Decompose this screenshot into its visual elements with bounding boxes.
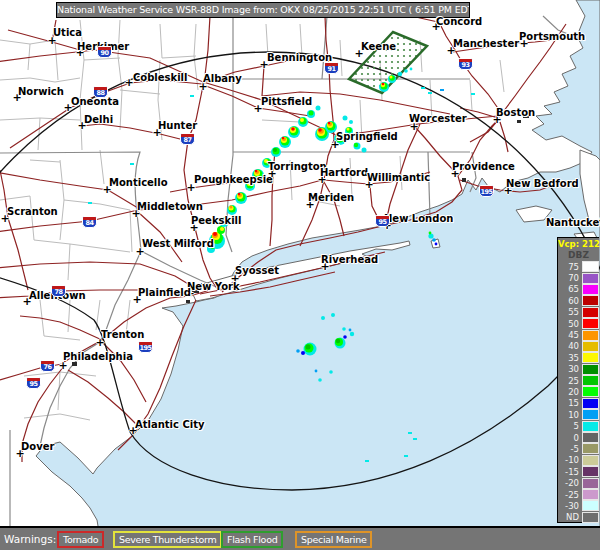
legend-value: 5 xyxy=(560,421,579,431)
legend-value: 40 xyxy=(560,341,579,351)
radar-echo xyxy=(432,238,436,242)
city-label-scranton: Scranton xyxy=(7,206,58,217)
radar-echo xyxy=(342,327,346,331)
shield-number: 76 xyxy=(41,364,54,371)
city-label-hartford: Hartford xyxy=(320,167,368,178)
city-label-meriden: Meriden xyxy=(308,192,354,203)
radar-echo xyxy=(329,370,333,374)
radar-basemap xyxy=(0,0,600,550)
radar-echo xyxy=(398,72,402,76)
city-label-new-london: New London xyxy=(384,213,453,224)
shield-number: 91 xyxy=(325,66,338,73)
city-label-manchester: Manchester xyxy=(453,38,519,49)
warning-legend-severe-thunderstorm[interactable]: Severe Thunderstorm xyxy=(113,531,222,548)
radar-echo xyxy=(404,69,408,73)
city-label-portsmouth: Portsmouth xyxy=(519,31,585,42)
radar-echo xyxy=(282,137,284,139)
legend-swatch xyxy=(582,466,599,477)
interstate-87-shield: 87 xyxy=(180,133,195,145)
radar-speck xyxy=(440,89,444,91)
interstate-90-shield: 90 xyxy=(97,46,112,58)
city-label-worcester: Worcester xyxy=(409,113,467,124)
legend-value: 65 xyxy=(560,284,579,294)
interstate-195-shield: 195 xyxy=(138,341,153,353)
radar-echo xyxy=(343,116,348,121)
radar-speck xyxy=(421,87,425,89)
dbz-color-scale: 757065605550454035302520151050-5-10-15-2… xyxy=(558,261,599,523)
legend-value: 55 xyxy=(560,307,579,317)
radar-speck xyxy=(365,460,369,462)
city-label-providence: Providence xyxy=(452,161,515,172)
shield-number: 95 xyxy=(376,219,389,226)
legend-row: 35 xyxy=(558,352,599,363)
warnings-label: Warnings: xyxy=(4,533,56,545)
city-label-monticello: Monticello xyxy=(109,177,168,188)
radar-echo xyxy=(336,339,340,343)
warning-legend-flash-flood[interactable]: Flash Flood xyxy=(221,531,283,548)
interstate-95-shield: 95 xyxy=(375,215,390,227)
city-label-trenton: Trenton xyxy=(101,329,144,340)
shield-number: 95 xyxy=(27,381,40,388)
shield-number: 78 xyxy=(52,289,65,296)
legend-value: -15 xyxy=(560,467,579,477)
city-label-plainfield: Plainfield xyxy=(138,287,191,298)
radar-echo xyxy=(220,227,224,231)
city-label-dover: Dover xyxy=(21,441,54,452)
city-label-philadelphia: Philadelphia xyxy=(63,351,133,362)
city-label-utica: Utica xyxy=(53,27,82,38)
legend-swatch xyxy=(582,512,599,523)
warnings-bar: Warnings: TornadoSevere ThunderstormFlas… xyxy=(0,526,600,550)
city-label-cobleskill: Cobleskill xyxy=(133,72,187,83)
legend-swatch xyxy=(582,443,599,454)
warning-legend-tornado[interactable]: Tornado xyxy=(57,531,104,548)
legend-value: 0 xyxy=(560,433,579,443)
radar-echo xyxy=(390,76,393,79)
radar-echo xyxy=(410,68,413,71)
radar-echo xyxy=(382,83,385,86)
city-label-albany: Albany xyxy=(203,73,242,84)
dbz-unit-label: DBZ xyxy=(558,250,599,261)
radar-speck xyxy=(413,438,417,440)
legend-swatch xyxy=(582,284,599,295)
legend-row: 60 xyxy=(558,295,599,306)
radar-echo xyxy=(318,128,322,132)
radar-echo xyxy=(343,335,347,339)
legend-row: 45 xyxy=(558,329,599,340)
radar-speck xyxy=(190,95,194,97)
city-label-middletown: Middletown xyxy=(137,201,203,212)
legend-row: 5 xyxy=(558,420,599,431)
radar-echo xyxy=(318,378,322,382)
legend-value: -25 xyxy=(560,490,579,500)
warning-legend-special-marine[interactable]: Special Marine xyxy=(295,531,372,548)
legend-value: 10 xyxy=(560,410,579,420)
legend-row: 0 xyxy=(558,432,599,443)
legend-row: 10 xyxy=(558,409,599,420)
city-label-nantucket: Nantucket xyxy=(546,217,600,228)
legend-value: -30 xyxy=(560,501,579,511)
radar-speck xyxy=(130,163,134,165)
radar-echo xyxy=(350,332,354,336)
radar-echo xyxy=(291,127,295,131)
legend-value: 75 xyxy=(560,262,579,272)
legend-value: ND xyxy=(560,512,579,522)
city-label-riverhead: Riverhead xyxy=(321,254,378,265)
shield-number: 84 xyxy=(83,220,96,227)
radar-echo xyxy=(213,232,217,236)
radar-echo xyxy=(321,316,325,320)
interstate-88-shield: 88 xyxy=(93,86,108,98)
city-label-torrington: Torrington xyxy=(268,161,327,172)
radar-echo xyxy=(238,193,240,195)
radar-echo xyxy=(315,370,318,373)
legend-row: -15 xyxy=(558,466,599,477)
city-label-bennington: Bennington xyxy=(267,52,332,63)
radar-screenshot: National Weather Service WSR-88D Image f… xyxy=(0,0,600,550)
legend-row: 15 xyxy=(558,398,599,409)
radar-echo xyxy=(316,106,321,111)
legend-swatch xyxy=(582,307,599,318)
legend-value: 35 xyxy=(560,353,579,363)
legend-row: -20 xyxy=(558,477,599,488)
legend-row: -25 xyxy=(558,489,599,500)
interstate-93-shield: 93 xyxy=(458,58,473,70)
radar-speck xyxy=(88,202,92,204)
radar-echo xyxy=(255,170,257,172)
